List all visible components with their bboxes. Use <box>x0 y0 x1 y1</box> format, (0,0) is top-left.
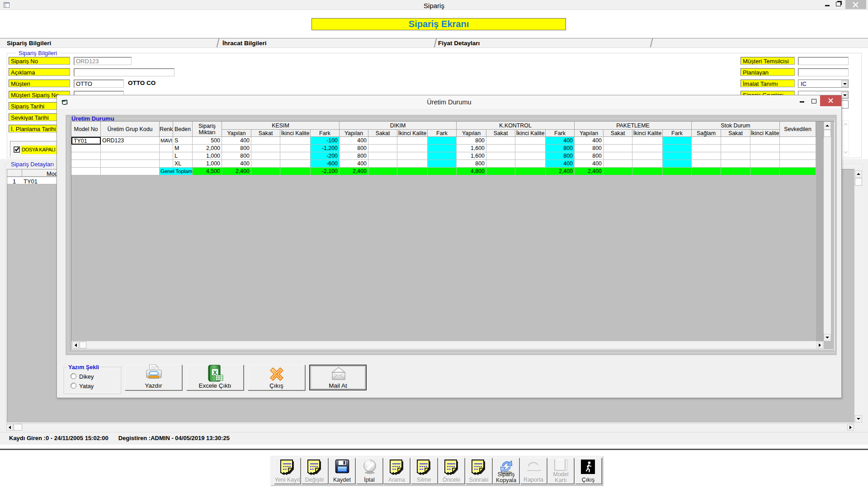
svg-text:X: X <box>213 369 217 376</box>
